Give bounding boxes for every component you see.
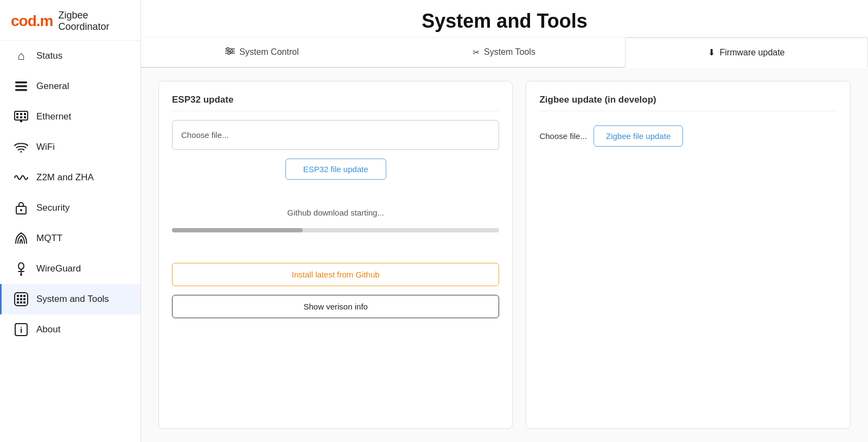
sidebar-item-security[interactable]: Security [0,193,141,223]
github-progress-fill [172,228,303,232]
sidebar-item-ethernet[interactable]: Ethernet [0,102,141,132]
tab-label-firmware-update: Firmware update [719,48,784,58]
ethernet-icon [14,109,29,124]
sidebar-label-systemtools: System and Tools [36,294,109,305]
svg-rect-19 [17,295,19,297]
about-icon: i [14,322,29,337]
svg-rect-2 [15,89,27,91]
svg-point-11 [21,151,22,153]
system-control-icon [225,46,235,58]
sidebar-label-z2m: Z2M and ZHA [36,172,94,183]
svg-rect-1 [15,85,27,87]
wireguard-icon [14,261,29,276]
main-area: System and Tools System Control ✂ System… [141,0,868,442]
sidebar-label-status: Status [36,50,62,61]
sidebar-label-general: General [36,81,69,92]
svg-rect-27 [23,301,25,304]
svg-rect-21 [23,295,25,297]
status-icon: ⌂ [14,48,29,64]
logo-area: cod.m Zigbee Coordinator [0,0,141,41]
logo-brand: cod.m [11,12,53,30]
sidebar-item-mqtt[interactable]: MQTT [0,223,141,254]
sidebar-label-mqtt: MQTT [36,233,62,244]
mqtt-icon [14,231,29,246]
tab-label-system-tools: System Tools [484,47,535,57]
sidebar-item-general[interactable]: General [0,71,141,102]
svg-rect-26 [20,301,22,304]
sidebar-label-wireguard: WireGuard [36,263,81,274]
sidebar-label-about: About [36,324,60,335]
zigbee-choose-label: Choose file... [539,131,587,141]
esp32-panel: ESP32 update Choose file... ESP32 file u… [158,81,513,429]
install-github-button[interactable]: Install latest from Github [172,263,499,286]
sidebar-label-ethernet: Ethernet [36,111,71,122]
security-icon [14,200,29,216]
show-version-button[interactable]: Show verison info [172,295,499,318]
general-icon [14,79,29,94]
esp32-file-placeholder: Choose file... [181,130,229,140]
svg-rect-25 [17,301,19,304]
sidebar: cod.m Zigbee Coordinator ⌂ Status Genera… [0,0,141,442]
zigbee-panel: Zigbee update (in develop) Choose file..… [526,81,851,429]
github-progress-bar [172,228,499,232]
firmware-icon: ⬇ [708,47,715,58]
wifi-icon [14,140,29,155]
svg-point-13 [20,209,22,211]
esp32-update-button[interactable]: ESP32 file update [285,159,386,180]
svg-rect-24 [23,298,25,300]
systemtools-icon [14,292,29,307]
sidebar-item-about[interactable]: i About [0,314,141,345]
svg-point-16 [20,274,22,276]
sidebar-item-wireguard[interactable]: WireGuard [0,254,141,284]
sidebar-item-status[interactable]: ⌂ Status [0,41,141,71]
svg-rect-20 [20,295,22,297]
esp32-file-input[interactable]: Choose file... [172,120,499,150]
svg-point-33 [227,48,229,50]
svg-rect-9 [24,116,26,118]
content-area: ESP32 update Choose file... ESP32 file u… [141,68,868,442]
zigbee-update-button[interactable]: Zigbee file update [593,125,683,147]
sidebar-label-wifi: WiFi [36,142,55,153]
tab-system-tools[interactable]: ✂ System Tools [383,37,625,68]
zigbee-file-row: Choose file... Zigbee file update [539,120,837,152]
z2m-icon [14,170,29,185]
svg-point-35 [228,52,230,54]
page-header: System and Tools [141,0,868,37]
tab-label-system-control: System Control [239,47,298,57]
svg-rect-4 [16,113,18,115]
sidebar-item-z2m[interactable]: Z2M and ZHA [0,162,141,193]
zigbee-panel-title: Zigbee update (in develop) [539,94,837,111]
svg-point-14 [18,263,24,269]
sidebar-label-security: Security [36,203,69,213]
svg-point-34 [231,50,233,52]
svg-rect-3 [15,111,28,120]
tab-firmware-update[interactable]: ⬇ Firmware update [625,37,868,68]
tab-system-control[interactable]: System Control [141,37,383,68]
svg-rect-6 [24,113,26,115]
svg-rect-5 [20,113,22,115]
logo-subtitle: Zigbee Coordinator [58,10,130,33]
sidebar-item-systemtools[interactable]: System and Tools [0,284,141,314]
svg-rect-23 [20,298,22,300]
svg-rect-7 [16,116,18,118]
page-title: System and Tools [141,10,868,33]
tabs-bar: System Control ✂ System Tools ⬇ Firmware… [141,37,868,68]
system-tools-icon: ✂ [473,47,480,58]
svg-rect-8 [20,116,22,118]
svg-text:i: i [20,325,22,334]
svg-rect-22 [17,298,19,300]
esp32-panel-title: ESP32 update [172,94,499,111]
svg-rect-0 [15,81,27,84]
svg-rect-10 [20,120,22,122]
github-status-text: Github download starting... [172,208,499,217]
sidebar-item-wifi[interactable]: WiFi [0,132,141,162]
